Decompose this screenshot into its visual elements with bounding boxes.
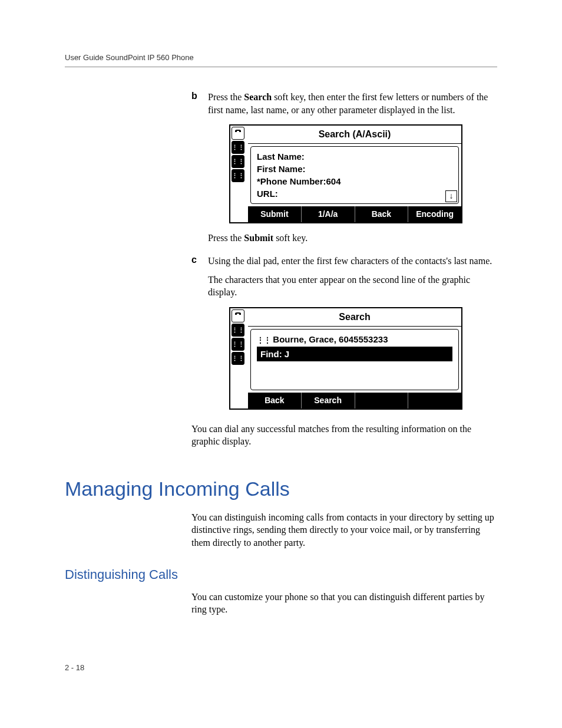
- step-c-label: c: [191, 255, 208, 417]
- step-c: c Using the dial pad, enter the first fe…: [191, 255, 497, 417]
- screen-line-icons: ⋮⋮ ⋮⋮ ⋮⋮: [230, 308, 248, 408]
- grid-icon: ⋮⋮: [232, 338, 244, 351]
- handset-icon: [232, 309, 244, 322]
- step-b: b Press the Search soft key, then enter …: [191, 91, 497, 250]
- scroll-down-icon[interactable]: ↓: [445, 190, 457, 202]
- softkey-back[interactable]: Back: [248, 393, 302, 409]
- contact-icon: ⋮⋮: [257, 336, 273, 344]
- step-b-label: b: [191, 91, 208, 250]
- grid-icon: ⋮⋮: [232, 155, 244, 168]
- screen2-title: Search: [248, 308, 461, 327]
- softkey-submit[interactable]: Submit: [248, 206, 302, 222]
- phone-screen-search-results: ⋮⋮ ⋮⋮ ⋮⋮ Search ⋮⋮ Bourne, Grace, 604555…: [229, 307, 462, 409]
- para-distinguishing: You can customize your phone so that you…: [191, 591, 497, 616]
- find-input-line[interactable]: Find: J: [257, 347, 452, 361]
- search-result-entry: ⋮⋮ Bourne, Grace, 6045553233: [257, 333, 452, 345]
- screen1-body: Last Name: First Name: *Phone Number:604…: [250, 146, 459, 204]
- after-screen2-text: You can dial any successful matches from…: [191, 423, 497, 448]
- grid-icon: ⋮⋮: [232, 169, 244, 182]
- screen1-softkeys: Submit 1/A/a Back Encoding: [248, 206, 461, 222]
- step-c-text2: The characters that you enter appear on …: [208, 274, 497, 299]
- softkey-empty: [408, 393, 461, 409]
- softkey-encoding[interactable]: Encoding: [408, 206, 461, 222]
- grid-icon: ⋮⋮: [232, 352, 244, 365]
- step-b-after: Press the Submit soft key.: [208, 232, 497, 245]
- grid-icon: ⋮⋮: [232, 141, 244, 154]
- grid-icon: ⋮⋮: [232, 324, 244, 337]
- softkey-empty: [355, 393, 409, 409]
- para-managing-incoming: You can distinguish incoming calls from …: [191, 511, 497, 549]
- softkey-back[interactable]: Back: [355, 206, 409, 222]
- field-url: URL:: [257, 187, 452, 200]
- screen2-body: ⋮⋮ Bourne, Grace, 6045553233 Find: J: [250, 329, 459, 390]
- softkey-search[interactable]: Search: [302, 393, 355, 409]
- handset-icon: [232, 127, 244, 140]
- step-b-text: Press the Search soft key, then enter th…: [208, 91, 497, 116]
- page-header: User Guide SoundPoint IP 560 Phone: [65, 53, 497, 67]
- page-number: 2 - 18: [65, 663, 497, 672]
- phone-screen-search-form: ⋮⋮ ⋮⋮ ⋮⋮ Search (A/Ascii) Last Name: Fir…: [229, 124, 462, 223]
- heading-distinguishing-calls: Distinguishing Calls: [65, 567, 497, 582]
- screen-line-icons: ⋮⋮ ⋮⋮ ⋮⋮: [230, 126, 248, 222]
- screen1-title: Search (A/Ascii): [248, 126, 461, 144]
- step-c-text1: Using the dial pad, enter the first few …: [208, 255, 497, 268]
- softkey-mode[interactable]: 1/A/a: [302, 206, 355, 222]
- field-first-name: First Name:: [257, 163, 452, 175]
- field-last-name: Last Name:: [257, 150, 452, 163]
- screen2-softkeys: Back Search: [248, 393, 461, 409]
- field-phone-number: *Phone Number:604: [257, 175, 452, 187]
- heading-managing-incoming-calls: Managing Incoming Calls: [65, 477, 497, 500]
